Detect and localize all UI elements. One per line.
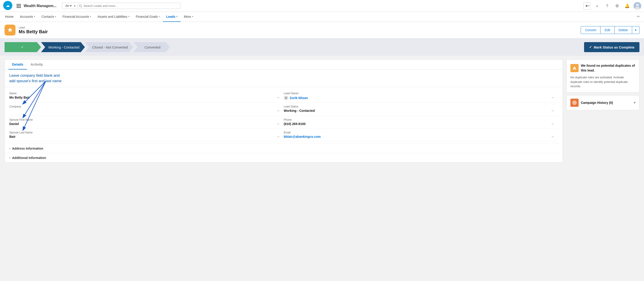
edit-spouse-last-icon[interactable]: ✏ [277,135,280,139]
edit-spouse-first-icon[interactable]: ✏ [277,122,280,126]
status-step-working[interactable]: Working - Contacted [41,42,85,52]
campaign-title: Campaign History (0) [581,101,632,104]
edit-phone-icon[interactable]: ✏ [551,122,554,126]
favorites-button[interactable]: ★▾ [584,2,591,9]
nav-financial-goals[interactable]: Financial Goals ▾ [133,12,163,22]
leads-chevron-icon: ▾ [176,15,178,18]
campaign-chevron-icon[interactable]: ▾ [634,100,636,105]
nav-home[interactable]: Home [2,12,17,22]
nav-contacts[interactable]: Contacts ▾ [38,12,59,22]
status-step-closed[interactable]: Closed - Not Converted [85,42,133,52]
svg-rect-4 [20,4,21,5]
search-scope-select[interactable]: All [64,4,72,8]
completed-check-icon: ✓ [21,45,24,49]
field-value-spouse-last: Bair [9,135,16,138]
search-icon [79,4,82,7]
duplicate-card-text: No duplicate rules are activated. Activa… [570,75,636,89]
address-chevron-icon: › [9,147,10,150]
top-navigation: ☁ Wealth Managem... All ▾ | ★▾ ＋ ？ ⚙ 🔔 [0,0,644,12]
record-header: Lead Ms Betty Bair Convert Edit Delete ▾ [0,22,644,38]
svg-rect-8 [17,7,18,8]
help-button[interactable]: ？ [604,2,611,9]
record-name: Ms Betty Bair [19,29,48,34]
field-value-email: bblair@abankingco.com [284,135,321,138]
nav-icons: ★▾ ＋ ？ ⚙ 🔔 [584,2,641,10]
email-link[interactable]: bblair@abankingco.com [284,135,321,138]
field-group-company: Company ✏ [9,103,284,116]
tab-bar: Details Activity [5,60,563,70]
status-bar: ✓ Working - Contacted Closed - Not Conve… [4,42,640,52]
more-chevron-icon: ▾ [192,15,193,18]
delete-button[interactable]: Delete [614,26,632,34]
mark-status-complete-button[interactable]: ✓ Mark Status as Complete [584,42,640,52]
user-avatar[interactable] [634,2,641,10]
record-type-icon [4,24,16,35]
field-group-name: Name Ms Betty Bair ✏ [9,89,284,103]
field-group-lead-status: Lead Status Working - Contacted ✏ [284,103,558,116]
field-group-email: Email bblair@abankingco.com ✏ [284,129,558,141]
svg-rect-21 [574,69,575,69]
salesforce-logo[interactable]: ☁ [3,0,13,11]
edit-lead-status-icon[interactable]: ✏ [551,109,554,113]
actions-dropdown-button[interactable]: ▾ [632,26,640,34]
additional-chevron-icon: › [9,156,10,159]
notifications-button[interactable]: 🔔 [624,2,631,9]
convert-button[interactable]: Convert [581,26,600,34]
field-value-name: Ms Betty Bair [9,96,30,99]
main-content: Details Activity Leave company field bla… [0,56,644,166]
field-value-lead-status: Working - Contacted [284,109,315,112]
address-section-header[interactable]: › Address Information [5,144,563,153]
status-step-converted[interactable]: Converted [133,42,170,52]
svg-rect-20 [574,68,575,69]
annotation-container: Leave company field blank and add spouse… [5,70,563,87]
edit-email-icon[interactable]: ✏ [551,135,554,139]
nav-more[interactable]: More ▾ [181,12,196,22]
svg-text:☁: ☁ [6,3,10,8]
mark-complete-check-icon: ✓ [589,45,592,49]
svg-rect-7 [20,5,21,6]
svg-point-24 [574,102,575,103]
svg-rect-10 [20,7,21,8]
nav-financial-accounts[interactable]: Financial Accounts ▾ [59,12,94,22]
search-input[interactable] [84,4,178,7]
field-value-phone: (610) 265-9100 [284,122,306,126]
svg-rect-5 [17,5,18,6]
edit-company-icon[interactable]: ✏ [277,109,280,113]
campaign-icon [570,99,578,107]
field-value-lead-owner: ⏱ Zorik Nitzan [284,96,308,100]
financial-goals-chevron-icon: ▾ [158,15,160,18]
record-header-left: Lead Ms Betty Bair [4,24,48,35]
accounts-chevron-icon: ▾ [34,15,35,18]
app-name: Wealth Managem... [24,4,56,8]
edit-lead-owner-icon[interactable]: ✏ [551,96,554,100]
nav-edit-button[interactable]: ✏ [635,12,642,22]
svg-point-14 [636,4,639,6]
campaign-card[interactable]: Campaign History (0) ▾ [566,95,640,110]
record-actions: Convert Edit Delete ▾ [581,26,640,34]
svg-rect-9 [18,7,19,8]
field-group-spouse-first: Spouse First Name Daniel ✏ [9,116,284,129]
duplicate-card: We found no potential duplicates of this… [566,59,640,92]
nav-leads[interactable]: Leads ▾ [163,12,180,22]
edit-name-icon[interactable]: ✏ [277,96,280,100]
nav-assets-liabilities[interactable]: Assets and Liabilities ▾ [94,12,133,22]
nav-accounts[interactable]: Accounts ▾ [17,12,38,22]
lead-owner-link[interactable]: Zorik Nitzan [290,96,308,100]
svg-rect-2 [17,4,18,5]
status-step-completed[interactable]: ✓ [4,42,41,52]
tab-activity[interactable]: Activity [27,60,46,69]
edit-button[interactable]: Edit [600,26,614,34]
settings-button[interactable]: ⚙ [614,2,621,9]
additional-section-header[interactable]: › Additional Information [5,153,563,162]
duplicate-card-title: We found no potential duplicates of this… [581,63,636,73]
main-navigation: Home Accounts ▾ Contacts ▾ Financial Acc… [0,12,644,22]
contacts-chevron-icon: ▾ [55,15,56,18]
field-group-lead-owner: Lead Owner ⏱ Zorik Nitzan ✏ [284,89,558,103]
tab-details[interactable]: Details [8,60,27,69]
field-value-spouse-first: Daniel [9,122,19,126]
app-launcher-button[interactable] [16,3,22,9]
svg-rect-3 [18,4,19,5]
add-button[interactable]: ＋ [594,2,601,9]
field-group-phone: Phone (610) 265-9100 ✏ [284,116,558,129]
lead-owner-avatar: ⏱ [284,96,288,100]
